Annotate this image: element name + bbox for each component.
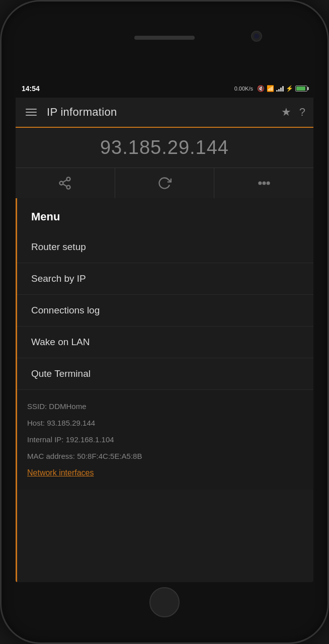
battery-fill	[296, 87, 305, 91]
menu-item-router-setup[interactable]: Router setup	[17, 231, 313, 263]
svg-point-2	[67, 186, 70, 189]
share-button[interactable]	[16, 168, 115, 198]
refresh-icon	[157, 176, 172, 190]
phone-screen: 14:54 0.00K/s 🔇 📶 ⚡	[16, 79, 313, 582]
top-bar: IP information ★ ?	[16, 98, 313, 128]
host-info: Host: 93.185.29.144	[27, 415, 303, 431]
ip-address-value: 93.185.29.144	[100, 137, 229, 158]
signal-icon	[276, 86, 284, 92]
internal-ip-info: Internal IP: 192.168.1.104	[27, 431, 303, 448]
svg-point-7	[267, 182, 270, 185]
action-buttons-bar	[16, 168, 313, 198]
wifi-icon: 📶	[267, 85, 274, 92]
battery-indicator	[295, 86, 307, 92]
phone-speaker	[134, 36, 195, 40]
svg-point-1	[60, 182, 63, 185]
menu-item-qute-terminal[interactable]: Qute Terminal	[17, 358, 313, 390]
side-menu: Menu Router setup Search by IP Connectio…	[16, 198, 313, 582]
svg-point-6	[263, 182, 265, 185]
network-info-section: SSID: DDMHome Host: 93.185.29.144 Intern…	[17, 390, 313, 490]
network-interfaces-link[interactable]: Network interfaces	[27, 464, 94, 481]
phone-device: 14:54 0.00K/s 🔇 📶 ⚡	[0, 0, 329, 644]
status-time: 14:54	[22, 85, 40, 93]
ssid-info: SSID: DDMHome	[27, 398, 303, 415]
menu-item-wake-on-lan[interactable]: Wake on LAN	[17, 327, 313, 358]
phone-camera	[251, 31, 262, 42]
more-options-button[interactable]	[214, 168, 313, 198]
hamburger-menu-button[interactable]	[24, 107, 39, 118]
network-speed: 0.00K/s	[234, 86, 253, 92]
menu-item-search-by-ip[interactable]: Search by IP	[17, 263, 313, 295]
menu-header: Menu	[17, 198, 313, 231]
share-icon	[58, 176, 72, 190]
status-icons: 0.00K/s 🔇 📶 ⚡	[234, 85, 307, 92]
ip-display: 93.185.29.144	[16, 128, 313, 168]
svg-line-3	[63, 184, 67, 187]
svg-line-4	[63, 180, 67, 183]
top-bar-actions: ★ ?	[281, 106, 305, 119]
menu-item-connections-log[interactable]: Connections log	[17, 295, 313, 327]
charging-icon: ⚡	[286, 85, 293, 92]
svg-point-5	[259, 182, 261, 185]
refresh-button[interactable]	[115, 168, 215, 198]
help-button[interactable]: ?	[299, 106, 305, 119]
star-button[interactable]: ★	[281, 106, 291, 119]
more-icon	[257, 176, 271, 190]
mute-icon: 🔇	[257, 85, 265, 92]
page-title: IP information	[47, 106, 273, 119]
mac-address-info: MAC address: 50:8F:4C:5E:A5:8B	[27, 448, 303, 464]
svg-point-0	[67, 177, 70, 181]
phone-home-button[interactable]	[149, 587, 180, 617]
status-bar: 14:54 0.00K/s 🔇 📶 ⚡	[16, 79, 313, 98]
